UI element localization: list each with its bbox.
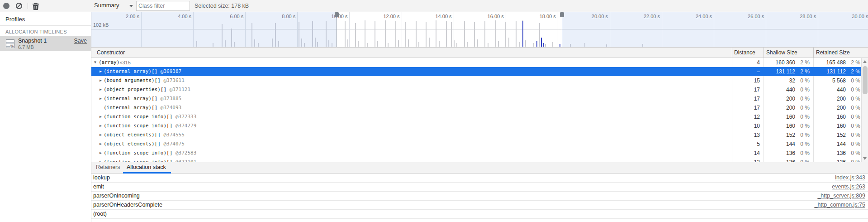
retained-size-cell-percent: 0 % bbox=[846, 112, 860, 121]
table-row[interactable]: ▶(object elements)[] @37407551440 %1440 … bbox=[91, 140, 868, 149]
expander-closed-icon[interactable]: ▶ bbox=[100, 67, 102, 76]
table-row[interactable]: ▶(function scope info)[] @372583141360 %… bbox=[91, 149, 868, 158]
table-row[interactable]: ▶(object elements)[] @374555131520 %1520… bbox=[91, 130, 868, 140]
selection-grabber-icon[interactable] bbox=[560, 12, 564, 17]
expander-closed-icon[interactable]: ▶ bbox=[100, 112, 102, 121]
allocation-bar bbox=[446, 21, 447, 47]
table-row[interactable]: ▶(internal array)[] @373885172000 %2000 … bbox=[91, 94, 868, 103]
constructor-name: (object elements)[] @374555 bbox=[104, 130, 185, 140]
allocation-bar bbox=[377, 41, 378, 47]
expander-closed-icon[interactable]: ▶ bbox=[100, 130, 102, 140]
stack-frame-source-link[interactable]: events.js:263 bbox=[832, 183, 865, 191]
expander-closed-icon[interactable]: ▶ bbox=[100, 158, 102, 162]
grid-header: Constructor Distance Shallow Size Retain… bbox=[91, 48, 868, 58]
object-id: @374555 bbox=[163, 132, 184, 138]
grid-scrollbar[interactable] bbox=[861, 58, 868, 162]
column-header-distance[interactable]: Distance bbox=[734, 49, 755, 56]
summary-dropdown-label: Summary bbox=[94, 2, 119, 9]
selection-handle-left[interactable] bbox=[337, 12, 337, 48]
shallow-size-cell: 131 112 bbox=[764, 67, 795, 76]
selected-allocation-bar bbox=[522, 21, 523, 47]
distance-cell: 5 bbox=[732, 140, 760, 149]
expander-closed-icon[interactable]: ▶ bbox=[100, 85, 102, 94]
expander-closed-icon[interactable]: ▶ bbox=[100, 76, 102, 85]
selection-handle-right[interactable] bbox=[562, 12, 562, 48]
column-header-retained-size[interactable]: Retained Size bbox=[816, 49, 850, 56]
record-icon[interactable] bbox=[3, 3, 9, 9]
selection-veil-left[interactable] bbox=[91, 12, 337, 48]
table-row[interactable]: ▼(array)×3154160 3602 %165 4882 % bbox=[91, 58, 868, 67]
tab-allocation-stack[interactable]: Allocation stack bbox=[127, 164, 166, 170]
retained-size-cell: 165 488 bbox=[813, 58, 846, 67]
retained-size-cell: 152 bbox=[813, 130, 846, 140]
clear-icon[interactable] bbox=[16, 3, 22, 9]
stack-frame-source-link[interactable]: _http_server.js:809 bbox=[817, 192, 865, 200]
allocation-bar bbox=[436, 20, 436, 47]
allocation-bar bbox=[398, 40, 399, 47]
profiles-header-row: Profiles bbox=[0, 12, 91, 26]
save-link[interactable]: Save bbox=[74, 38, 87, 44]
retained-size-cell: 200 bbox=[813, 103, 846, 112]
allocation-bar bbox=[345, 21, 346, 47]
distance-cell: 13 bbox=[732, 130, 760, 140]
scroll-up-icon[interactable] bbox=[863, 60, 867, 63]
table-row[interactable]: ▶(function scope info)[] @372333121600 %… bbox=[91, 112, 868, 121]
profiles-sidebar: Profiles ALLOCATION TIMELINES Snapshot 1… bbox=[0, 12, 91, 222]
column-header-constructor[interactable]: Constructor bbox=[97, 49, 125, 56]
stack-frame-row: emitevents.js:263 bbox=[91, 183, 868, 192]
table-row[interactable]: (internal array)[] @374093172000 %2000 % bbox=[91, 103, 868, 112]
allocation-bar bbox=[454, 40, 455, 47]
retained-size-cell-percent: 0 % bbox=[846, 140, 860, 149]
object-id: @374075 bbox=[163, 141, 184, 147]
shallow-size-cell-percent: 0 % bbox=[795, 94, 810, 103]
shallow-size-cell-percent: 0 % bbox=[795, 103, 810, 112]
allocation-bar bbox=[365, 20, 365, 47]
trash-icon[interactable] bbox=[32, 2, 39, 10]
expander-closed-icon[interactable]: ▶ bbox=[100, 140, 102, 149]
allocation-bar bbox=[464, 21, 465, 47]
object-id: @374093 bbox=[161, 105, 181, 111]
table-row[interactable]: ▶(function scope info)[] @374279101600 %… bbox=[91, 121, 868, 130]
retained-size-cell-percent: 0 % bbox=[846, 158, 860, 162]
allocation-bar bbox=[388, 43, 389, 47]
timeline-gridline bbox=[402, 12, 402, 48]
selection-veil-right[interactable] bbox=[562, 12, 868, 48]
class-filter-input[interactable] bbox=[136, 1, 190, 11]
scrollbar-thumb[interactable] bbox=[863, 66, 868, 94]
stack-frame-source-link[interactable]: _http_common.js:75 bbox=[814, 201, 865, 209]
column-header-shallow-size[interactable]: Shallow Size bbox=[766, 49, 797, 56]
table-row[interactable]: ▶(function scope info)[] @372101121360 %… bbox=[91, 158, 868, 162]
stack-frame-source-link[interactable]: index.js:343 bbox=[835, 174, 865, 182]
allocation-timeline-overview[interactable]: 102 kB 2.00 s4.00 s6.00 s8.00 s10.00 s12… bbox=[91, 12, 868, 48]
allocation-bar bbox=[545, 44, 546, 47]
expander-closed-icon[interactable]: ▶ bbox=[100, 121, 102, 130]
stack-frame-row: lookupindex.js:343 bbox=[91, 174, 868, 183]
allocation-bar bbox=[467, 42, 468, 47]
allocation-bar bbox=[451, 22, 452, 47]
shallow-size-cell: 136 bbox=[764, 149, 795, 158]
selected-size-label: Selected size: 178 kB bbox=[194, 3, 249, 9]
table-row[interactable]: ▶(internal array)[] @369387–131 1122 %13… bbox=[91, 67, 868, 76]
retained-size-cell: 136 bbox=[813, 149, 846, 158]
expander-closed-icon[interactable]: ▶ bbox=[100, 94, 102, 103]
sidebar-item-snapshot-1[interactable]: Snapshot 1 6.7 MB Save bbox=[0, 36, 91, 51]
object-id: @372583 bbox=[175, 150, 196, 156]
chevron-down-icon bbox=[129, 5, 133, 7]
shallow-size-cell-percent: 2 % bbox=[795, 67, 810, 76]
expander-open-icon[interactable]: ▼ bbox=[94, 58, 96, 67]
allocation-bar bbox=[405, 22, 406, 47]
summary-dropdown[interactable]: Summary bbox=[94, 2, 134, 10]
constructor-name: (internal array)[] @369387 bbox=[104, 67, 181, 76]
bottom-tab-bar: Retainers Allocation stack bbox=[91, 162, 868, 174]
retained-size-cell: 5 568 bbox=[813, 76, 846, 85]
table-row[interactable]: ▶(object properties)[] @371121174400 %44… bbox=[91, 85, 868, 94]
allocation-bar bbox=[375, 21, 375, 47]
retained-size-cell: 144 bbox=[813, 140, 846, 149]
table-row[interactable]: ▶(bound arguments)[] @37361115320 %5 568… bbox=[91, 76, 868, 85]
scroll-down-icon[interactable] bbox=[863, 157, 867, 160]
selection-grabber-icon[interactable] bbox=[335, 12, 339, 17]
constructor-name: (bound arguments)[] @373611 bbox=[104, 76, 185, 85]
expander-closed-icon[interactable]: ▶ bbox=[100, 149, 102, 158]
tab-retainers[interactable]: Retainers bbox=[96, 164, 120, 170]
allocation-bar bbox=[456, 43, 457, 47]
